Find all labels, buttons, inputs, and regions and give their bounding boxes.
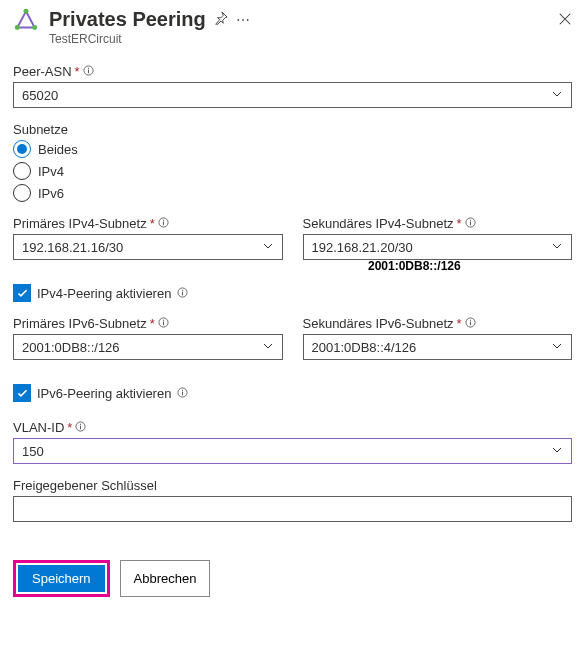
shared-key-label: Freigegebener Schlüssel [13,478,157,493]
peer-asn-select[interactable]: 65020 [13,82,572,108]
radio-ipv4[interactable]: IPv4 [13,162,572,180]
ipv4-secondary-select[interactable]: 192.168.21.20/30 [303,234,573,260]
svg-point-2 [15,25,20,30]
ipv6-secondary-group: Sekundäres IPv6-Subnetz * 2001:0DB8::4/1… [303,316,573,360]
svg-rect-5 [88,68,89,69]
svg-rect-19 [470,322,471,326]
ipv6-primary-value: 2001:0DB8::/126 [22,340,120,355]
chevron-down-icon [551,88,563,103]
ipv4-enable-checkbox[interactable]: IPv4-Peering aktivieren [13,284,572,302]
required-marker: * [150,316,155,331]
required-marker: * [457,316,462,331]
svg-rect-4 [88,70,89,74]
shared-key-group: Freigegebener Schlüssel [13,478,572,522]
ipv6-secondary-label: Sekundäres IPv6-Subnetz [303,316,454,331]
info-icon[interactable] [158,316,169,331]
svg-rect-13 [182,291,183,295]
vlan-select[interactable]: 150 [13,438,572,464]
svg-rect-11 [470,220,471,221]
ipv4-secondary-label: Sekundäres IPv4-Subnetz [303,216,454,231]
chevron-down-icon [262,240,274,255]
peer-asn-value: 65020 [22,88,58,103]
chevron-down-icon [551,444,563,459]
subnets-group: Subnetze Beides IPv4 IPv6 [13,122,572,202]
pin-icon[interactable] [214,11,228,28]
ipv6-primary-label: Primäres IPv6-Subnetz [13,316,147,331]
ipv6-secondary-value: 2001:0DB8::4/126 [312,340,417,355]
peer-asn-label: Peer-ASN [13,64,72,79]
vlan-label: VLAN-ID [13,420,64,435]
vlan-group: VLAN-ID * 150 [13,420,572,464]
info-icon[interactable] [465,316,476,331]
svg-point-0 [24,9,29,14]
more-icon[interactable]: ⋯ [236,13,251,27]
svg-rect-17 [163,320,164,321]
vlan-value: 150 [22,444,44,459]
ipv4-primary-label: Primäres IPv4-Subnetz [13,216,147,231]
required-marker: * [150,216,155,231]
ipv4-secondary-value: 192.168.21.20/30 [312,240,413,255]
shared-key-input[interactable] [13,496,572,522]
chevron-down-icon [551,340,563,355]
ipv4-primary-select[interactable]: 192.168.21.16/30 [13,234,283,260]
info-icon[interactable] [83,64,94,79]
cancel-button[interactable]: Abbrechen [120,560,211,597]
info-icon[interactable] [158,216,169,231]
subnets-label: Subnetze [13,122,68,137]
breadcrumb-subtitle: TestERCircuit [49,32,548,46]
info-icon[interactable] [177,286,188,301]
radio-beides-label: Beides [38,142,78,157]
radio-beides[interactable]: Beides [13,140,572,158]
peering-resource-icon [13,8,39,37]
radio-ipv4-label: IPv4 [38,164,64,179]
save-button[interactable]: Speichern [18,565,105,592]
info-icon[interactable] [465,216,476,231]
svg-rect-22 [182,391,183,395]
save-highlight: Speichern [13,560,110,597]
svg-rect-20 [470,320,471,321]
page-title: Privates Peering [49,8,206,31]
chevron-down-icon [551,240,563,255]
svg-rect-8 [163,220,164,221]
required-marker: * [75,64,80,79]
radio-icon-checked [13,140,31,158]
svg-rect-7 [163,222,164,226]
ipv6-secondary-select[interactable]: 2001:0DB8::4/126 [303,334,573,360]
ipv4-enable-label: IPv4-Peering aktivieren [37,286,171,301]
ipv4-primary-group: Primäres IPv4-Subnetz * 192.168.21.16/30 [13,216,283,260]
radio-ipv6[interactable]: IPv6 [13,184,572,202]
ipv4-secondary-group: Sekundäres IPv4-Subnetz * 192.168.21.20/… [303,216,573,260]
close-icon[interactable] [558,12,572,29]
ipv6-primary-select[interactable]: 2001:0DB8::/126 [13,334,283,360]
page-header: Privates Peering ⋯ TestERCircuit [13,8,572,46]
checkbox-checked-icon [13,284,31,302]
svg-rect-10 [470,222,471,226]
chevron-down-icon [262,340,274,355]
svg-point-1 [32,25,37,30]
info-icon[interactable] [177,386,188,401]
svg-rect-23 [182,389,183,390]
radio-icon [13,184,31,202]
required-marker: * [67,420,72,435]
info-icon[interactable] [75,420,86,435]
required-marker: * [457,216,462,231]
svg-rect-14 [182,289,183,290]
svg-rect-16 [163,322,164,326]
peer-asn-group: Peer-ASN * 65020 [13,64,572,108]
checkbox-checked-icon [13,384,31,402]
ipv4-primary-value: 192.168.21.16/30 [22,240,123,255]
radio-icon [13,162,31,180]
svg-rect-26 [80,424,81,425]
ipv6-enable-label: IPv6-Peering aktivieren [37,386,171,401]
ipv6-enable-checkbox[interactable]: IPv6-Peering aktivieren [13,384,572,402]
radio-ipv6-label: IPv6 [38,186,64,201]
floating-example-text: 2001:0DB8::/126 [368,259,461,273]
ipv6-primary-group: Primäres IPv6-Subnetz * 2001:0DB8::/126 [13,316,283,360]
svg-rect-25 [80,426,81,430]
